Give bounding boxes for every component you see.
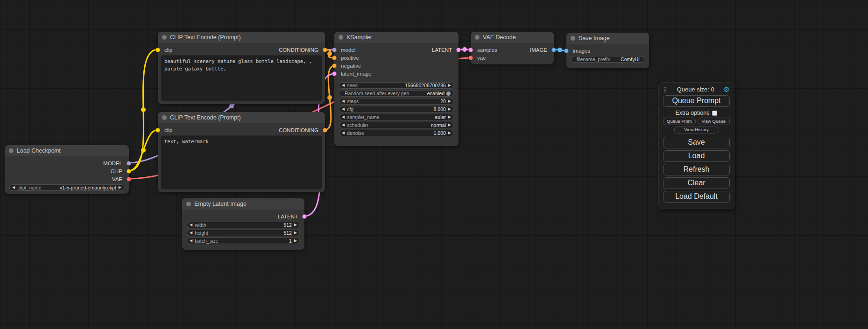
output-slot-clip[interactable]: CLIP xyxy=(110,167,129,175)
input-slot-vae[interactable]: vae xyxy=(471,54,486,62)
output-dot-model[interactable] xyxy=(127,161,131,166)
widget-filename-prefix[interactable]: filename_prefix ComfyUI xyxy=(571,56,644,63)
extra-options-checkbox[interactable] xyxy=(712,111,717,116)
refresh-button[interactable]: Refresh xyxy=(663,164,730,175)
settings-gear-icon[interactable]: ⚙ xyxy=(724,86,730,93)
wire-clip-positive-midpoint[interactable] xyxy=(141,107,146,112)
input-dot-model[interactable] xyxy=(332,48,337,52)
output-dot-latent[interactable] xyxy=(456,48,461,52)
widget-cfg[interactable]: ◀ cfg 8.000 ▶ xyxy=(339,106,454,112)
output-slot-latent[interactable]: LATENT xyxy=(278,212,304,220)
collapse-dot-icon[interactable] xyxy=(186,202,191,206)
arrow-left-icon[interactable]: ◀ xyxy=(342,107,345,111)
arrow-right-icon[interactable]: ▶ xyxy=(448,131,451,135)
arrow-left-icon[interactable]: ◀ xyxy=(342,115,345,119)
input-slot-positive[interactable]: positive xyxy=(334,54,359,62)
arrow-left-icon[interactable]: ◀ xyxy=(342,131,345,135)
node-graph-canvas[interactable]: Load Checkpoint MODEL CLIP VAE xyxy=(0,0,868,329)
arrow-left-icon[interactable]: ◀ xyxy=(190,231,192,235)
output-slot-image[interactable]: IMAGE xyxy=(530,46,554,54)
input-dot-clip[interactable] xyxy=(155,48,160,52)
input-dot-samples[interactable] xyxy=(468,48,473,52)
widget-batch-size[interactable]: ◀ batch_size 1 ▶ xyxy=(187,238,300,244)
input-dot-positive[interactable] xyxy=(332,56,337,60)
output-dot-vae[interactable] xyxy=(127,177,131,182)
input-slot-latent-image[interactable]: latent_image xyxy=(334,70,372,77)
widget-height[interactable]: ◀ height 512 ▶ xyxy=(187,230,300,236)
node-empty-latent-image[interactable]: Empty Latent Image LATENT ◀ width 512 ▶ … xyxy=(182,198,304,250)
node-save-image-titlebar[interactable]: Save Image xyxy=(566,33,649,44)
wire-model-midpoint[interactable] xyxy=(229,104,234,108)
load-button[interactable]: Load xyxy=(663,150,730,162)
node-ksampler-titlebar[interactable]: KSampler xyxy=(334,32,459,43)
node-ksampler[interactable]: KSampler model LATENT positive xyxy=(334,32,459,146)
arrow-right-icon[interactable]: ▶ xyxy=(119,186,121,189)
arrow-left-icon[interactable]: ◀ xyxy=(342,84,345,87)
collapse-dot-icon[interactable] xyxy=(162,35,167,40)
widget-width[interactable]: ◀ width 512 ▶ xyxy=(187,222,300,228)
drag-handle-icon[interactable]: ⣿ xyxy=(663,86,668,93)
node-save-image[interactable]: Save Image images filename_prefix ComfyU… xyxy=(566,33,649,68)
collapse-dot-icon[interactable] xyxy=(571,36,575,41)
input-slot-clip[interactable]: clip xyxy=(158,126,172,134)
output-slot-vae[interactable]: VAE xyxy=(112,175,129,183)
node-clip-positive-titlebar[interactable]: CLIP Text Encode (Prompt) xyxy=(158,32,325,43)
positive-prompt-textarea[interactable]: beautiful scenery nature glass bottle la… xyxy=(161,55,322,101)
queue-panel[interactable]: ⣿ Queue size: 0 ⚙ Queue Prompt Extra opt… xyxy=(658,82,734,209)
negative-prompt-textarea[interactable]: text, watermark xyxy=(161,135,322,189)
output-dot-conditioning[interactable] xyxy=(323,128,327,133)
widget-denoise[interactable]: ◀ denoise 1.000 ▶ xyxy=(339,130,454,136)
collapse-dot-icon[interactable] xyxy=(162,115,167,120)
collapse-dot-icon[interactable] xyxy=(339,35,343,40)
arrow-left-icon[interactable]: ◀ xyxy=(342,123,345,127)
arrow-left-icon[interactable]: ◀ xyxy=(190,239,192,243)
arrow-right-icon[interactable]: ▶ xyxy=(448,84,451,87)
input-slot-negative[interactable]: negative xyxy=(334,62,361,70)
input-dot-images[interactable] xyxy=(564,49,569,53)
input-dot-clip[interactable] xyxy=(155,128,160,133)
arrow-right-icon[interactable]: ▶ xyxy=(448,107,451,111)
widget-seed[interactable]: ◀ seed 156680208700286 ▶ xyxy=(339,82,454,89)
collapse-dot-icon[interactable] xyxy=(475,35,480,40)
node-load-checkpoint-titlebar[interactable]: Load Checkpoint xyxy=(5,145,129,156)
arrow-left-icon[interactable]: ◀ xyxy=(342,99,345,103)
wire-negative-midpoint[interactable] xyxy=(327,95,332,100)
arrow-right-icon[interactable]: ▶ xyxy=(294,239,297,243)
input-slot-clip[interactable]: clip xyxy=(158,46,172,54)
view-queue-button[interactable]: View Queue xyxy=(698,118,730,125)
widget-steps[interactable]: ◀ steps 20 ▶ xyxy=(339,98,454,105)
arrow-left-icon[interactable]: ◀ xyxy=(190,223,192,227)
output-dot-latent[interactable] xyxy=(302,214,307,219)
output-dot-clip[interactable] xyxy=(127,169,131,174)
collapse-dot-icon[interactable] xyxy=(9,148,14,153)
arrow-right-icon[interactable]: ▶ xyxy=(448,99,451,103)
load-default-button[interactable]: Load Default xyxy=(663,191,730,203)
input-dot-vae[interactable] xyxy=(468,56,473,60)
wire-samples-midpoint[interactable] xyxy=(462,47,467,52)
queue-prompt-button[interactable]: Queue Prompt xyxy=(663,95,730,107)
output-slot-conditioning[interactable]: CONDITIONING xyxy=(279,126,325,134)
arrow-left-icon[interactable]: ◀ xyxy=(12,186,15,189)
view-history-button[interactable]: View History xyxy=(674,126,719,133)
widget-scheduler[interactable]: ◀ scheduler normal ▶ xyxy=(339,122,454,128)
save-button[interactable]: Save xyxy=(663,137,730,148)
arrow-right-icon[interactable]: ▶ xyxy=(294,231,297,235)
node-load-checkpoint[interactable]: Load Checkpoint MODEL CLIP VAE xyxy=(5,145,129,194)
node-vae-decode[interactable]: VAE Decode samples IMAGE vae xyxy=(471,32,554,64)
widget-ckpt-name[interactable]: ◀ ckpt_name v1-5-pruned-emaonly.ckpt ▶ xyxy=(9,184,124,191)
node-empty-latent-titlebar[interactable]: Empty Latent Image xyxy=(182,198,304,210)
node-clip-text-encode-positive[interactable]: CLIP Text Encode (Prompt) clip CONDITION… xyxy=(158,32,325,104)
input-dot-negative[interactable] xyxy=(332,63,337,68)
wire-positive-midpoint[interactable] xyxy=(327,51,332,56)
widget-random-seed-toggle[interactable]: Random seed after every gen enabled xyxy=(339,90,454,97)
toggle-indicator-icon[interactable] xyxy=(446,91,451,96)
node-vae-decode-titlebar[interactable]: VAE Decode xyxy=(471,32,554,43)
output-slot-conditioning[interactable]: CONDITIONING xyxy=(279,46,325,54)
node-clip-negative-titlebar[interactable]: CLIP Text Encode (Prompt) xyxy=(158,112,325,123)
output-dot-conditioning[interactable] xyxy=(323,48,327,52)
input-slot-images[interactable]: images xyxy=(566,47,590,55)
output-slot-model[interactable]: MODEL xyxy=(103,159,129,167)
arrow-right-icon[interactable]: ▶ xyxy=(448,123,451,127)
arrow-right-icon[interactable]: ▶ xyxy=(294,223,297,227)
widget-sampler-name[interactable]: ◀ sampler_name euler ▶ xyxy=(339,114,454,120)
